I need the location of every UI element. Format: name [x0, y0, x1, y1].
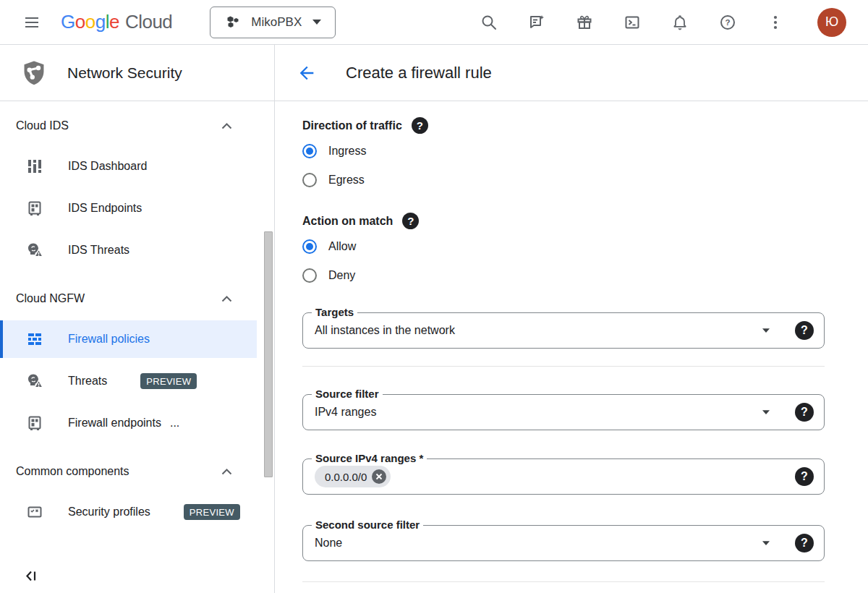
targets-value: All instances in the network	[315, 324, 762, 337]
source-filter-dropdown[interactable]: Source filter IPv4 ranges ?	[302, 394, 825, 430]
menu-icon[interactable]	[17, 8, 46, 37]
sidebar-item-firewall-policies[interactable]: Firewall policies	[0, 320, 257, 358]
help-icon[interactable]: ?	[795, 403, 814, 422]
sidebar-item-label: IDS Dashboard	[68, 160, 147, 173]
source-ipv4-ranges-field-label: Source IPv4 ranges *	[312, 452, 427, 464]
sidebar-scrollbar[interactable]	[264, 231, 273, 477]
section-divider	[302, 366, 825, 367]
sidebar-item-label: Firewall endpoints	[68, 417, 161, 430]
logo-letter: g	[95, 11, 106, 33]
second-source-filter-field-label: Second source filter	[312, 519, 423, 531]
radio-selected-icon	[302, 144, 317, 158]
radio-label: Egress	[328, 174, 365, 187]
cloud-shell-icon[interactable]	[624, 14, 641, 31]
back-arrow-icon[interactable]	[297, 63, 317, 83]
security-profiles-icon	[26, 503, 43, 521]
direction-of-traffic-label: Direction of traffic	[302, 119, 402, 132]
threats-icon	[26, 242, 43, 259]
sidebar-title: Network Security	[67, 64, 182, 82]
chat-feedback-icon[interactable]	[528, 14, 545, 31]
section-label: Cloud NGFW	[16, 292, 85, 305]
radio-label: Deny	[328, 269, 355, 282]
gift-icon[interactable]	[576, 14, 593, 31]
app-window: Google Cloud MikoPBX	[0, 0, 868, 593]
dropdown-caret-icon	[762, 328, 770, 333]
radio-allow[interactable]: Allow	[302, 232, 825, 261]
chevron-up-icon	[221, 469, 232, 475]
radio-ingress[interactable]: Ingress	[302, 137, 825, 166]
section-cloud-ngfw: Cloud NGFW Firewall policies	[0, 281, 274, 442]
section-header-cloud-ngfw[interactable]: Cloud NGFW	[0, 281, 274, 316]
help-icon[interactable]: ?	[402, 213, 419, 229]
dropdown-caret-icon	[762, 409, 770, 415]
chip-remove-icon[interactable]	[372, 469, 386, 484]
sidebar-item-label: Firewall policies	[68, 333, 150, 346]
chevron-down-icon	[312, 19, 322, 25]
second-source-filter-dropdown[interactable]: Second source filter None ?	[302, 525, 825, 561]
help-icon[interactable]: ?	[719, 14, 736, 31]
action-on-match-label-row: Action on match ?	[302, 213, 825, 229]
sidebar-item-label: IDS Threats	[68, 244, 129, 257]
radio-deny[interactable]: Deny	[302, 261, 825, 290]
section-cloud-ids: Cloud IDS IDS Dashboard	[0, 108, 274, 269]
radio-label: Allow	[328, 240, 356, 253]
topbar: Google Cloud MikoPBX	[0, 0, 868, 45]
endpoints-icon	[26, 200, 43, 217]
logo-letter: o	[75, 11, 85, 33]
sidebar: Network Security Cloud IDS IDS Dashb	[0, 45, 275, 593]
sidebar-item-firewall-endpoints[interactable]: Firewall endpoints ...	[0, 404, 257, 442]
sidebar-item-ids-endpoints[interactable]: IDS Endpoints	[0, 189, 257, 227]
logo-letter: G	[61, 11, 75, 33]
source-ipv4-ranges-input[interactable]: Source IPv4 ranges * 0.0.0.0/0 ?	[302, 458, 825, 495]
source-filter-field-label: Source filter	[312, 388, 383, 400]
ip-range-chip: 0.0.0.0/0	[315, 466, 391, 487]
sidebar-header: Network Security	[0, 45, 274, 101]
sidebar-item-ids-threats[interactable]: IDS Threats	[0, 231, 257, 269]
targets-field-label: Targets	[312, 306, 357, 318]
network-security-shield-icon	[20, 59, 48, 88]
firewall-rule-form: Direction of traffic ? Ingress Egress Ac…	[275, 101, 868, 582]
sidebar-item-label: Security profiles	[68, 505, 150, 519]
collapse-sidebar-icon[interactable]	[25, 569, 38, 583]
preview-badge: PREVIEW	[184, 504, 240, 520]
section-label: Common components	[16, 465, 129, 478]
help-icon[interactable]: ?	[795, 534, 814, 553]
google-cloud-logo[interactable]: Google Cloud	[61, 11, 172, 33]
section-divider	[302, 581, 825, 582]
chip-text: 0.0.0.0/0	[325, 471, 367, 483]
logo-cloud-text: Cloud	[125, 11, 172, 33]
firewall-bricks-icon	[26, 330, 43, 348]
second-source-filter-value: None	[315, 537, 762, 550]
topbar-actions: ? Ю	[480, 8, 846, 37]
help-icon[interactable]: ?	[412, 117, 428, 134]
radio-label: Ingress	[328, 145, 366, 158]
radio-egress[interactable]: Egress	[302, 166, 825, 195]
preview-badge: PREVIEW	[140, 373, 197, 389]
section-label: Cloud IDS	[16, 119, 69, 132]
help-icon[interactable]: ?	[795, 467, 814, 486]
action-on-match-label: Action on match	[302, 215, 393, 228]
avatar[interactable]: Ю	[817, 8, 846, 37]
search-icon[interactable]	[480, 14, 498, 31]
svg-text:?: ?	[725, 18, 730, 27]
threats-icon	[26, 372, 43, 390]
help-icon[interactable]: ?	[795, 321, 814, 340]
project-selector[interactable]: MikoPBX	[210, 7, 336, 38]
content-area: Network Security Cloud IDS IDS Dashb	[0, 45, 868, 593]
sidebar-item-ids-dashboard[interactable]: IDS Dashboard	[0, 148, 257, 185]
section-header-cloud-ids[interactable]: Cloud IDS	[0, 108, 274, 143]
logo-letter: o	[85, 11, 95, 33]
dashboard-icon	[26, 158, 43, 175]
more-vertical-icon[interactable]	[767, 14, 784, 31]
direction-of-traffic-label-row: Direction of traffic ?	[302, 117, 825, 134]
dropdown-caret-icon	[762, 540, 770, 546]
targets-dropdown[interactable]: Targets All instances in the network ?	[302, 312, 825, 349]
sidebar-item-label: IDS Endpoints	[68, 202, 142, 215]
radio-unselected-icon	[302, 268, 317, 283]
radio-selected-icon	[302, 239, 317, 254]
bell-icon[interactable]	[671, 14, 689, 31]
radio-unselected-icon	[302, 173, 317, 187]
sidebar-item-threats[interactable]: Threats PREVIEW	[0, 362, 257, 400]
sidebar-item-security-profiles[interactable]: Security profiles PREVIEW	[0, 493, 257, 531]
section-header-common-components[interactable]: Common components	[0, 454, 274, 489]
